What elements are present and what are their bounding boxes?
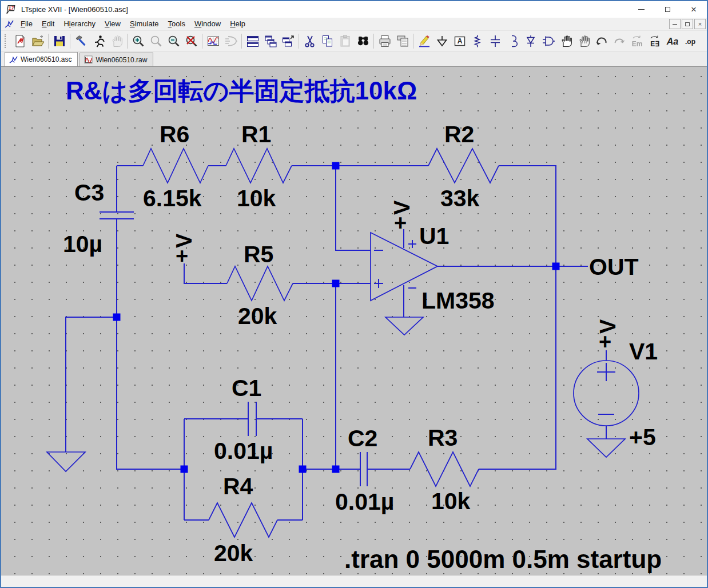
place-resistor-icon[interactable] <box>468 33 486 50</box>
title-bar[interactable]: 17 LTspice XVII - [Wien060510.asc] × <box>1 1 707 18</box>
resistor-R1[interactable]: R1 10k <box>226 121 292 211</box>
resistor-R2[interactable]: R2 33k <box>428 121 499 211</box>
control-panel-icon[interactable] <box>72 33 90 50</box>
zoom-full-extents-icon[interactable] <box>182 33 200 50</box>
voltage-source-V1[interactable]: V1 +5 <box>574 338 658 450</box>
component-value: 10µ <box>63 231 102 257</box>
place-inductor-icon[interactable] <box>504 33 522 50</box>
place-net-label-icon[interactable]: A <box>451 33 468 50</box>
tab-waveform[interactable]: Wien060510.raw <box>79 53 153 66</box>
menu-hierarchy[interactable]: Hierarchy <box>59 18 100 30</box>
net-flag-vplus[interactable]: V + <box>390 200 414 235</box>
resistor-R3[interactable]: R3 10k <box>410 425 479 514</box>
cascade-windows-icon[interactable] <box>261 33 279 50</box>
ground-icon[interactable] <box>385 317 423 335</box>
tile-horizontal-icon[interactable] <box>244 33 261 50</box>
net-flag-vplus[interactable]: V + <box>172 233 196 268</box>
net-flag-out[interactable]: OUT <box>589 254 639 280</box>
find-icon[interactable] <box>354 33 372 50</box>
ltspice-window: 17 LTspice XVII - [Wien060510.asc] × Fil… <box>0 0 708 588</box>
component-ref: R6 <box>160 121 189 147</box>
mdi-restore-button[interactable] <box>682 19 693 29</box>
print-icon[interactable] <box>376 33 393 50</box>
capacitor-C3[interactable]: C3 10µ <box>63 179 134 257</box>
component-ref: U1 <box>419 223 449 249</box>
toolbar-drag-handle[interactable] <box>5 34 7 48</box>
capacitor-C2[interactable]: C2 0.01µ <box>335 425 394 515</box>
move-icon[interactable] <box>557 33 575 50</box>
open-file-icon[interactable] <box>29 33 46 50</box>
toolbar-separator <box>127 34 128 49</box>
menu-view[interactable]: View <box>100 18 125 30</box>
menu-tools[interactable]: Tools <box>164 18 190 30</box>
place-spice-directive-icon[interactable]: .op <box>681 33 699 50</box>
component-ref: R1 <box>241 121 271 147</box>
place-text-icon[interactable]: Aa <box>663 33 681 50</box>
component-value: 6.15k <box>143 185 202 211</box>
resistor-R5[interactable]: R5 20k <box>227 241 293 329</box>
svg-text:Em: Em <box>631 40 642 48</box>
toolbar-separator <box>373 34 374 49</box>
redo-icon <box>610 33 628 50</box>
drag-icon[interactable] <box>575 33 592 50</box>
spice-directive-text[interactable]: .tran 0 5000m 0.5m startup <box>344 545 662 573</box>
component-ref: C1 <box>232 375 261 401</box>
schematic-doc-icon <box>5 19 14 29</box>
resistor-R6[interactable]: R6 6.15k <box>143 121 208 211</box>
place-ground-icon[interactable] <box>433 33 451 50</box>
component-ref: R4 <box>223 473 253 499</box>
close-button[interactable]: × <box>681 1 707 18</box>
menu-simulate[interactable]: Simulate <box>125 18 164 30</box>
mirror-icon[interactable]: E∃ <box>646 33 663 50</box>
tab-label: Wien060510.asc <box>21 55 71 63</box>
menu-file[interactable]: File <box>16 18 37 30</box>
annotation-text[interactable]: R&は多回転の半固定抵抗10kΩ <box>66 77 417 105</box>
save-icon[interactable] <box>50 33 68 50</box>
component-value: +5 <box>629 424 656 450</box>
resistor-R4[interactable]: R4 20k <box>209 473 277 566</box>
menu-window[interactable]: Window <box>190 18 225 30</box>
plot-settings-icon[interactable] <box>204 33 222 50</box>
copy-icon[interactable] <box>319 33 336 50</box>
toolbar-separator <box>202 34 202 49</box>
place-capacitor-icon[interactable] <box>486 33 504 50</box>
maximize-icon <box>665 7 670 12</box>
tile-vertical-icon[interactable] <box>279 33 297 50</box>
zoom-in-icon[interactable] <box>129 33 147 50</box>
toolbar-separator <box>48 34 49 49</box>
maximize-button[interactable] <box>654 1 681 18</box>
zoom-out-icon[interactable] <box>165 33 182 50</box>
print-preview-icon[interactable] <box>393 33 411 50</box>
ltspice-logo-icon: 17 <box>5 4 17 15</box>
window-title: LTspice XVII - [Wien060510.asc] <box>21 5 128 14</box>
draw-wire-icon[interactable] <box>415 33 433 50</box>
toolbar-separator <box>299 34 299 49</box>
schematic-drawing[interactable]: R&は多回転の半固定抵抗10kΩ R6 6.15k R1 10k R2 33k <box>1 67 707 575</box>
status-bar <box>1 575 707 587</box>
net-flag-vplus[interactable]: V + <box>596 319 620 354</box>
mdi-close-button[interactable]: × <box>694 19 706 29</box>
opamp-U1[interactable]: U1 LM358 <box>371 223 495 314</box>
toolbar: A Em E∃ Aa <box>1 31 707 51</box>
component-ref: R3 <box>428 425 458 451</box>
place-diode-icon[interactable] <box>522 33 539 50</box>
svg-text:A: A <box>457 37 462 45</box>
schematic-canvas[interactable]: R&は多回転の半固定抵抗10kΩ R6 6.15k R1 10k R2 33k <box>1 66 707 575</box>
component-ref: R2 <box>444 121 474 147</box>
new-schematic-icon[interactable] <box>11 33 29 50</box>
paste-icon <box>336 33 354 50</box>
toolbar-separator <box>70 34 70 49</box>
minimize-button[interactable] <box>628 1 654 18</box>
ground-icon[interactable] <box>47 452 85 471</box>
mdi-minimize-button[interactable] <box>669 19 681 29</box>
menu-help[interactable]: Help <box>225 18 250 30</box>
spice-analysis-icon <box>222 33 240 50</box>
run-simulation-icon[interactable] <box>90 33 108 50</box>
ground-icon[interactable] <box>587 439 625 457</box>
component-value: 33k <box>440 185 480 211</box>
cut-icon[interactable] <box>301 33 319 50</box>
menu-edit[interactable]: Edit <box>37 18 59 30</box>
undo-icon[interactable] <box>592 33 610 50</box>
tab-schematic[interactable]: Wien060510.asc <box>5 52 78 66</box>
place-component-icon[interactable] <box>539 33 557 50</box>
